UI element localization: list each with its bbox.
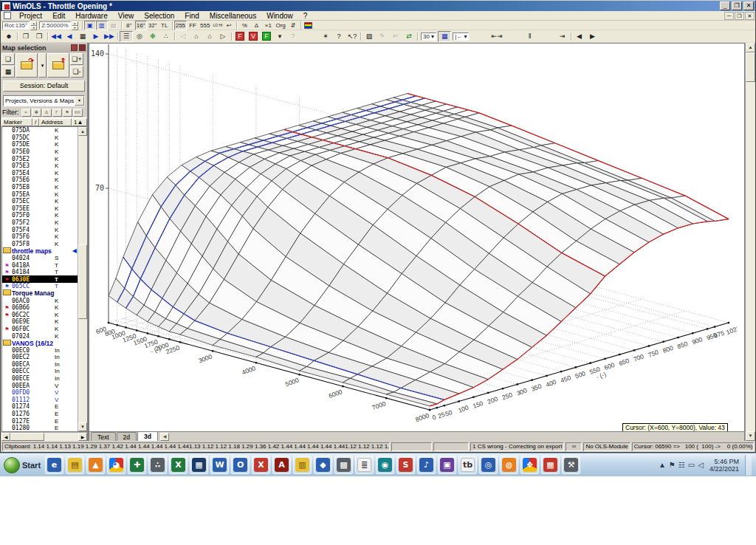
taskbar-app-green[interactable]: ✚: [128, 456, 146, 474]
taskbar-clock[interactable]: 5:46 PM 4/22/2021: [707, 458, 742, 473]
map-list-row[interactable]: throttle maps ◀: [2, 247, 78, 255]
column-header[interactable]: 1▲: [72, 118, 87, 126]
map-list-row[interactable]: 075F6 K: [2, 233, 78, 241]
map-list-row[interactable]: 075DE K: [2, 141, 78, 148]
filter-999-button[interactable]: ✽: [32, 109, 41, 117]
scroll-up-icon[interactable]: ▲: [78, 127, 87, 136]
taskbar-firefox[interactable]: ◎: [479, 456, 498, 474]
page-add-button[interactable]: ❏+: [70, 53, 83, 65]
map-list-row[interactable]: 06AC0 K: [2, 297, 78, 304]
filter-equal-button[interactable]: =: [21, 109, 31, 117]
map-list-row[interactable]: 06F0C K: [2, 326, 78, 333]
new-project-button[interactable]: ❏: [1, 53, 15, 65]
map-list-row[interactable]: 01280 E: [2, 425, 78, 431]
footprints-button[interactable]: ∴: [159, 31, 173, 42]
taskbar-outlook[interactable]: O: [231, 456, 250, 474]
lohi-button[interactable]: LO HI: [211, 21, 223, 30]
taskbar-app-cd[interactable]: ◉: [376, 456, 394, 474]
turtle-button[interactable]: ❉: [146, 31, 159, 42]
map-list-row[interactable]: 00EC2 In: [2, 354, 78, 361]
map-list-row[interactable]: 01276 E: [2, 411, 78, 418]
panel-title-bar[interactable]: Map selection: [1, 43, 87, 52]
scroll-right-button[interactable]: ▶: [586, 31, 599, 42]
show-value-button[interactable]: V: [247, 31, 260, 42]
restore-button[interactable]: ❐: [732, 1, 742, 10]
taskbar-word[interactable]: W: [210, 456, 229, 474]
view-vertical-scrollbar[interactable]: ▲ ▼: [745, 43, 755, 441]
menu-item[interactable]: Window: [261, 11, 298, 21]
menu-item[interactable]: View: [113, 11, 140, 21]
map-list-row[interactable]: 075F0 K: [2, 212, 78, 219]
tray-volume[interactable]: ◁: [698, 461, 704, 469]
map-list-row[interactable]: 075DA K: [2, 127, 78, 134]
view-table-button[interactable]: ▤: [108, 21, 120, 30]
filter-flag-button[interactable]: ⚑: [63, 109, 72, 117]
width-tl-button[interactable]: TL: [159, 21, 171, 30]
tray-action-center[interactable]: ⚑: [669, 461, 676, 469]
width-16bit-button[interactable]: 16": [135, 21, 147, 30]
open-project-button[interactable]: [16, 53, 38, 78]
map-list-row[interactable]: 075F8 K: [2, 241, 78, 248]
map-list-row[interactable]: 00EC0 In: [2, 346, 78, 354]
map-list-row[interactable]: 0127E E: [2, 417, 78, 425]
map-list-row[interactable]: 04024 S: [2, 255, 78, 262]
mdi-close-button[interactable]: ✕: [745, 12, 755, 20]
map-list-row[interactable]: 07024 K: [2, 332, 78, 340]
scroll-up-icon[interactable]: ▲: [746, 43, 755, 52]
taskbar-gimp[interactable]: ∴: [148, 456, 167, 474]
map-next-button[interactable]: ▷: [216, 31, 230, 42]
sync-button[interactable]: ⇄: [402, 31, 416, 42]
taskbar-app-x[interactable]: X: [252, 456, 270, 474]
show-f2-button[interactable]: F: [260, 31, 273, 42]
zoom-step-combo[interactable]: 30 ▾: [419, 31, 438, 42]
map-list-row[interactable]: 075DC K: [2, 134, 78, 142]
taskbar-tools[interactable]: ⚒: [562, 456, 580, 474]
map-list-row[interactable]: 075E0 K: [2, 148, 78, 156]
scroll-right-icon[interactable]: ▶: [78, 433, 87, 441]
map-list-row[interactable]: 0418A T: [2, 261, 78, 269]
map-list-row[interactable]: 01274 E: [2, 403, 78, 411]
scroll-down-icon[interactable]: ▼: [746, 431, 755, 441]
map-list-row[interactable]: 00ECC In: [2, 368, 78, 375]
factor-button[interactable]: ×1: [262, 21, 274, 30]
map-grid-button[interactable]: ▦: [76, 31, 89, 42]
nav-last-button[interactable]: ▶▶: [103, 31, 116, 42]
display-binary-button[interactable]: 555: [199, 21, 211, 30]
scroll-down-icon[interactable]: ▼: [78, 422, 87, 431]
menu-item[interactable]: Miscellaneous: [205, 11, 261, 21]
import-a-button[interactable]: ⌂: [190, 31, 203, 42]
map-3d-view[interactable]: 7014060080010001250150017502000225030004…: [89, 43, 745, 441]
taskbar-excel[interactable]: X: [169, 456, 188, 474]
color-scale-button[interactable]: [303, 21, 315, 30]
map-list-row[interactable]: 00ECE In: [2, 375, 78, 383]
nav-prev-button[interactable]: ◀: [63, 31, 76, 42]
col-right-button[interactable]: ⇥: [556, 31, 569, 42]
map-list-row[interactable]: 04184 T: [2, 269, 78, 276]
menu-item[interactable]: Project: [14, 11, 47, 21]
cut-button[interactable]: ✄: [389, 31, 402, 42]
swap-button[interactable]: ↩: [223, 21, 235, 30]
map-list-row[interactable]: 075EA K: [2, 191, 78, 198]
percent-button[interactable]: %: [238, 21, 250, 30]
zoom-spinner[interactable]: ▴▾: [72, 21, 78, 30]
show-dropdown[interactable]: ▾: [273, 31, 286, 42]
map-list-row[interactable]: 075F4 K: [2, 226, 78, 233]
user-button[interactable]: ☻: [2, 31, 16, 42]
scrollbar-thumb[interactable]: [746, 52, 755, 82]
grid-blue-button[interactable]: ▦: [438, 31, 451, 42]
toolbar-button[interactable]: [470, 31, 489, 42]
map-list-row[interactable]: 00FD0 V: [2, 389, 78, 397]
scrollbar-thumb[interactable]: [10, 433, 44, 441]
taskbar-photos[interactable]: ▣: [438, 456, 456, 474]
rotation-field[interactable]: Rot:135°: [2, 21, 30, 30]
title-bar[interactable]: WinOLS - Throttle Opening * _ ❐ ✕: [1, 1, 755, 11]
toolbar-button[interactable]: [300, 31, 319, 42]
taskbar-acrobat[interactable]: A: [272, 456, 291, 474]
original-button[interactable]: Org: [274, 21, 286, 30]
taskbar-calculator[interactable]: ▩: [334, 456, 353, 474]
taskbar-folder[interactable]: ▥: [293, 456, 312, 474]
map-list-row[interactable]: VANOS (16/12: [2, 340, 78, 347]
rotation-spinner[interactable]: ▴▾: [30, 21, 37, 30]
menu-item[interactable]: ?: [298, 11, 313, 21]
map-list-row[interactable]: 075E4 K: [2, 170, 78, 177]
